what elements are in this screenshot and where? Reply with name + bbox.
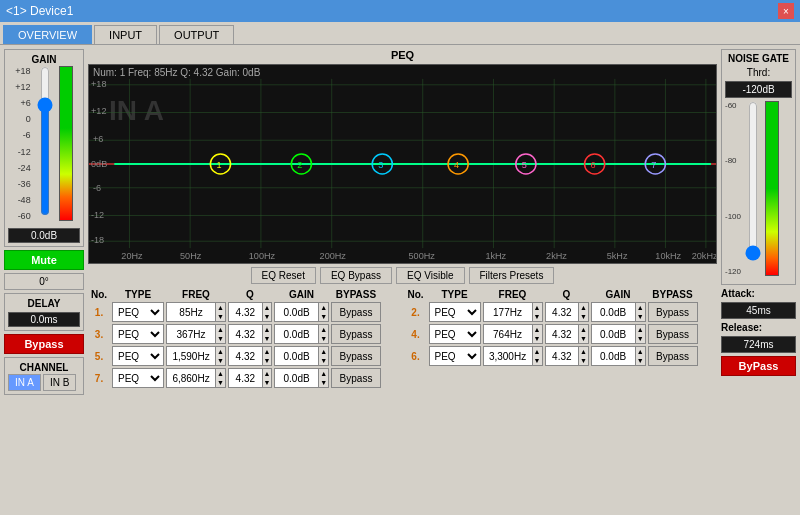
eq-gain-input[interactable]	[275, 347, 318, 365]
eq-gain-input[interactable]	[275, 303, 318, 321]
eq-q-input[interactable]	[546, 325, 579, 343]
bypass-button[interactable]: Bypass	[4, 334, 84, 354]
eq-q-down[interactable]: ▼	[263, 312, 271, 321]
phase-button[interactable]: 0°	[4, 273, 84, 290]
eq-q-input[interactable]	[546, 347, 579, 365]
eq-type-select[interactable]: PEQ	[112, 302, 164, 322]
eq-freq-up[interactable]: ▲	[216, 303, 225, 312]
eq-gain-input[interactable]	[592, 303, 635, 321]
eq-freq-down[interactable]: ▼	[533, 312, 542, 321]
eq-q-up[interactable]: ▲	[579, 347, 587, 356]
eq-freq-input[interactable]	[484, 303, 532, 321]
main-container: OVERVIEW INPUT OUTPUT GAIN +18 +12 +6 0 …	[0, 22, 800, 515]
eq-freq-up[interactable]: ▲	[216, 325, 225, 334]
eq-q-input[interactable]	[546, 303, 579, 321]
eq-freq-down[interactable]: ▼	[216, 356, 225, 365]
channel-in-a[interactable]: IN A	[8, 374, 41, 391]
eq-gain-down[interactable]: ▼	[319, 356, 328, 365]
eq-gain-down[interactable]: ▼	[636, 312, 645, 321]
eq-q-down[interactable]: ▼	[263, 356, 271, 365]
eq-freq-input[interactable]	[167, 303, 215, 321]
eq-type-select[interactable]: PEQ	[429, 302, 481, 322]
content-area: GAIN +18 +12 +6 0 -6 -12 -24 -36 -48 -60	[0, 45, 800, 515]
eq-type-select[interactable]: PEQ	[429, 324, 481, 344]
eq-gain-input[interactable]	[275, 369, 318, 387]
eq-q-down[interactable]: ▼	[263, 334, 271, 343]
gain-slider[interactable]	[35, 66, 55, 216]
eq-freq-down[interactable]: ▼	[216, 378, 225, 387]
eq-q-down[interactable]: ▼	[579, 356, 587, 365]
tab-input[interactable]: INPUT	[94, 25, 157, 44]
eq-gain-down[interactable]: ▼	[319, 334, 328, 343]
eq-type-select[interactable]: PEQ	[429, 346, 481, 366]
filters-presets-button[interactable]: Filters Presets	[469, 267, 555, 284]
eq-gain-down[interactable]: ▼	[636, 334, 645, 343]
eq-q-input[interactable]	[229, 347, 262, 365]
eq-visible-button[interactable]: EQ Visible	[396, 267, 465, 284]
eq-freq-input[interactable]	[484, 347, 532, 365]
eq-freq-input[interactable]	[484, 325, 532, 343]
tab-output[interactable]: OUTPUT	[159, 25, 234, 44]
eq-q-input[interactable]	[229, 325, 262, 343]
eq-gain-up[interactable]: ▲	[636, 325, 645, 334]
eq-q-input[interactable]	[229, 369, 262, 387]
eq-type-select[interactable]: PEQ	[112, 346, 164, 366]
svg-text:100Hz: 100Hz	[249, 251, 276, 261]
eq-q-down[interactable]: ▼	[579, 312, 587, 321]
eq-freq-up[interactable]: ▲	[533, 347, 542, 356]
eq-bypass-button[interactable]: EQ Bypass	[320, 267, 392, 284]
eq-gain-input[interactable]	[592, 347, 635, 365]
eq-gain-up[interactable]: ▲	[636, 303, 645, 312]
close-button[interactable]: ×	[778, 3, 794, 19]
eq-q-down[interactable]: ▼	[263, 378, 271, 387]
eq-gain-input[interactable]	[592, 325, 635, 343]
eq-gain-input[interactable]	[275, 325, 318, 343]
eq-bypass-small-button[interactable]: Bypass	[331, 368, 381, 388]
eq-freq-down[interactable]: ▼	[533, 356, 542, 365]
eq-gain-down[interactable]: ▼	[319, 378, 328, 387]
eq-freq-up[interactable]: ▲	[533, 303, 542, 312]
eq-gain-up[interactable]: ▲	[319, 369, 328, 378]
eq-bypass-small-button[interactable]: Bypass	[331, 346, 381, 366]
eq-freq-input[interactable]	[167, 369, 215, 387]
eq-bypass-small-button[interactable]: Bypass	[331, 302, 381, 322]
eq-q-down[interactable]: ▼	[579, 334, 587, 343]
ng-slider[interactable]	[743, 101, 763, 261]
ng-thrd-label: Thrd:	[725, 67, 792, 78]
eq-q-up[interactable]: ▲	[263, 369, 271, 378]
eq-column-right: No. TYPE FREQ Q GAIN BYPASS 2.PEQ▲▼▲▼▲▼B…	[405, 289, 718, 390]
eq-bypass-small-button[interactable]: Bypass	[331, 324, 381, 344]
eq-graph[interactable]: Num: 1 Freq: 85Hz Q: 4.32 Gain: 0dB IN A	[88, 64, 717, 264]
eq-type-select[interactable]: PEQ	[112, 368, 164, 388]
eq-freq-input[interactable]	[167, 325, 215, 343]
eq-gain-down[interactable]: ▼	[319, 312, 328, 321]
ng-bypass-button[interactable]: ByPass	[721, 356, 796, 376]
eq-gain-up[interactable]: ▲	[319, 303, 328, 312]
eq-freq-up[interactable]: ▲	[533, 325, 542, 334]
eq-freq-up[interactable]: ▲	[216, 347, 225, 356]
eq-freq-input[interactable]	[167, 347, 215, 365]
eq-gain-up[interactable]: ▲	[319, 347, 328, 356]
eq-q-up[interactable]: ▲	[263, 347, 271, 356]
eq-gain-down[interactable]: ▼	[636, 356, 645, 365]
eq-freq-down[interactable]: ▼	[216, 334, 225, 343]
eq-q-up[interactable]: ▲	[579, 325, 587, 334]
eq-bypass-small-button[interactable]: Bypass	[648, 346, 698, 366]
eq-freq-down[interactable]: ▼	[216, 312, 225, 321]
eq-gain-up[interactable]: ▲	[636, 347, 645, 356]
eq-q-input[interactable]	[229, 303, 262, 321]
eq-bypass-small-button[interactable]: Bypass	[648, 324, 698, 344]
tab-overview[interactable]: OVERVIEW	[3, 25, 92, 44]
eq-q-up[interactable]: ▲	[263, 325, 271, 334]
eq-freq-down[interactable]: ▼	[533, 334, 542, 343]
eq-bypass-small-button[interactable]: Bypass	[648, 302, 698, 322]
channel-in-b[interactable]: IN B	[43, 374, 76, 391]
eq-q-up[interactable]: ▲	[579, 303, 587, 312]
mute-button[interactable]: Mute	[4, 250, 84, 270]
eq-freq-up[interactable]: ▲	[216, 369, 225, 378]
eq-type-select[interactable]: PEQ	[112, 324, 164, 344]
eq-gain-up[interactable]: ▲	[319, 325, 328, 334]
eq-reset-button[interactable]: EQ Reset	[251, 267, 316, 284]
eq-q-up[interactable]: ▲	[263, 303, 271, 312]
ng-scale: -60 -80 -100 -120	[725, 101, 741, 276]
